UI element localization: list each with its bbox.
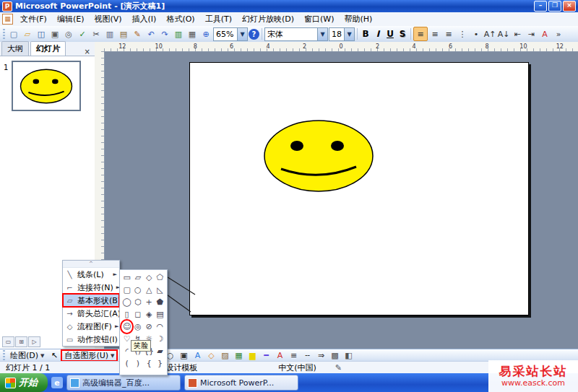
start-button[interactable]: 开始 xyxy=(0,373,48,392)
line-color-icon[interactable]: ━ xyxy=(259,349,272,362)
menu-item-connectors[interactable]: ⌐ 连接符(N) ► xyxy=(63,281,119,294)
align-center-icon[interactable]: ≡ xyxy=(428,27,441,40)
font-color-icon[interactable]: A xyxy=(538,27,551,40)
menu-item-basic-shapes[interactable]: ▱ 基本形状(B) ► xyxy=(63,294,119,307)
text-shadow-button[interactable]: S xyxy=(397,27,408,40)
shape-cell[interactable]: ▯ xyxy=(121,308,132,321)
shape-cell[interactable]: + xyxy=(144,296,155,308)
decrease-indent-icon[interactable]: ⇤ xyxy=(511,27,524,40)
menu-item-block-arrows[interactable]: → 箭头总汇(A) ► xyxy=(63,307,119,320)
shape-cell[interactable]: ◇ xyxy=(144,271,155,284)
shape-cell[interactable]: ▢ xyxy=(121,284,132,296)
increase-font-icon[interactable]: A↑ xyxy=(483,27,496,40)
toolbar-options-icon[interactable]: » xyxy=(552,27,565,40)
autoshapes-button[interactable]: 自选图形(U) ▼ xyxy=(61,350,117,361)
align-left-icon[interactable]: ≡ xyxy=(413,27,428,41)
pane-close-icon[interactable]: × xyxy=(83,48,92,56)
menu-item[interactable]: 文件(F) xyxy=(15,12,52,26)
shape-cell[interactable]: ▤ xyxy=(155,308,165,321)
menu-item[interactable]: 窗口(W) xyxy=(299,12,339,26)
menu-chevron-icon[interactable]: ^ xyxy=(63,261,119,268)
select-objects-icon[interactable]: ↖ xyxy=(48,349,61,362)
shape-cell[interactable]: ⬟ xyxy=(155,296,165,308)
3d-style-icon[interactable]: ◧ xyxy=(342,349,355,362)
shape-cell[interactable]: ⬠ xyxy=(155,271,165,284)
diagram-icon[interactable]: ◇ xyxy=(204,349,217,362)
smiley-face-shape[interactable] xyxy=(261,116,376,196)
shape-cell[interactable]: ○ xyxy=(132,284,143,296)
shape-cell[interactable]: ▭ xyxy=(121,271,132,284)
menu-item[interactable]: 编辑(E) xyxy=(52,12,90,26)
language-indicator[interactable]: 中文(中国) xyxy=(278,362,316,373)
menu-item-action-buttons[interactable]: ▭ 动作按钮(I) ► xyxy=(63,333,119,346)
font-name-combo[interactable]: 宋体 ▼ xyxy=(264,27,328,41)
document-window-icon[interactable]: ▦ xyxy=(2,14,13,25)
undo-icon[interactable]: ↶ xyxy=(144,27,158,40)
print-icon[interactable]: ▣ xyxy=(48,27,61,40)
wordart-icon[interactable]: A xyxy=(191,349,204,362)
shape-cell[interactable]: ☽ xyxy=(155,333,165,345)
font-size-combo[interactable]: 18 ▼ xyxy=(329,27,355,41)
font-dropdown-icon[interactable]: ▼ xyxy=(317,28,327,40)
bold-button[interactable]: B xyxy=(360,27,371,40)
shape-cell[interactable]: ( xyxy=(121,357,132,370)
print-preview-icon[interactable]: ◎ xyxy=(62,27,75,40)
shape-cell[interactable]: ◎ xyxy=(132,321,143,333)
menu-item[interactable]: 插入(I) xyxy=(127,12,162,26)
dash-style-icon[interactable]: ╌ xyxy=(301,349,314,362)
close-button[interactable]: × xyxy=(563,1,576,12)
increase-indent-icon[interactable]: ⇥ xyxy=(525,27,538,40)
shape-cell[interactable]: △ xyxy=(144,284,155,296)
format-painter-icon[interactable]: ✎ xyxy=(131,27,144,40)
fill-color-icon[interactable]: ▆ xyxy=(246,349,259,362)
draw-menu-button[interactable]: 绘图(D) ▼ xyxy=(7,350,47,361)
arrow-style-icon[interactable]: ⇒ xyxy=(314,349,327,362)
tab-slides[interactable]: 幻灯片 xyxy=(30,41,66,56)
text-box-icon[interactable]: ▣ xyxy=(177,349,190,362)
spelling-icon[interactable]: ✓ xyxy=(76,27,89,40)
paste-icon[interactable]: ▤ xyxy=(117,27,130,40)
taskbar-task-powerpoint[interactable]: Microsoft PowerP... xyxy=(184,375,298,391)
toolbar-grip[interactable] xyxy=(3,350,5,361)
shape-cell[interactable]: ◻ xyxy=(132,308,143,321)
redo-icon[interactable]: ↷ xyxy=(158,27,171,40)
menu-item[interactable]: 幻灯片放映(D) xyxy=(237,12,299,26)
underline-button[interactable]: U xyxy=(384,27,396,40)
menu-item[interactable]: 视图(V) xyxy=(89,12,126,26)
align-right-icon[interactable]: ≡ xyxy=(442,27,455,40)
shape-cell[interactable]: ⬡ xyxy=(132,296,143,308)
shape-cell[interactable]: ◺ xyxy=(155,284,165,296)
new-icon[interactable]: ▢ xyxy=(7,27,20,40)
slide-thumbnail[interactable] xyxy=(12,61,81,111)
font-color-icon[interactable]: A xyxy=(273,349,286,362)
menu-item-lines[interactable]: ╲ 线条(L) ► xyxy=(63,268,119,281)
quick-launch-icon[interactable]: e xyxy=(51,377,63,388)
normal-view-icon[interactable]: ▭ xyxy=(2,336,14,347)
menu-item-flowchart[interactable]: ◇ 流程图(F) ► xyxy=(63,320,119,333)
hyperlink-icon[interactable]: ⊕ xyxy=(199,27,212,40)
zoom-combo[interactable]: 65% ▼ xyxy=(213,27,248,41)
help-button[interactable]: ? xyxy=(249,29,259,40)
menu-item[interactable]: 格式(O) xyxy=(161,12,199,26)
slide-sorter-view-icon[interactable]: ⊞ xyxy=(15,336,27,347)
chart-icon[interactable]: ▥ xyxy=(172,27,185,40)
shape-cell[interactable]: ▰ xyxy=(155,345,165,357)
save-icon[interactable]: ◫ xyxy=(35,27,48,40)
decrease-font-icon[interactable]: A↓ xyxy=(497,27,510,40)
italic-button[interactable]: I xyxy=(372,27,384,40)
size-dropdown-icon[interactable]: ▼ xyxy=(344,28,354,40)
shadow-style-icon[interactable]: ▩ xyxy=(328,349,341,362)
zoom-dropdown-icon[interactable]: ▼ xyxy=(237,28,247,40)
cut-icon[interactable]: ✂ xyxy=(90,27,103,40)
shape-cell[interactable]: ⊘ xyxy=(144,321,155,333)
menu-item[interactable]: 工具(T) xyxy=(200,12,237,26)
slide-canvas[interactable] xyxy=(189,62,529,315)
picture-icon[interactable]: ▦ xyxy=(232,349,245,362)
copy-icon[interactable]: ▥ xyxy=(103,27,116,40)
shape-cell[interactable]: { xyxy=(144,357,155,370)
open-icon[interactable]: ▱ xyxy=(21,27,34,40)
clip-art-icon[interactable]: ▨ xyxy=(218,349,231,362)
restore-button[interactable]: ❐ xyxy=(548,1,561,12)
table-icon[interactable]: ▦ xyxy=(186,27,199,40)
minimize-button[interactable]: – xyxy=(534,1,547,12)
